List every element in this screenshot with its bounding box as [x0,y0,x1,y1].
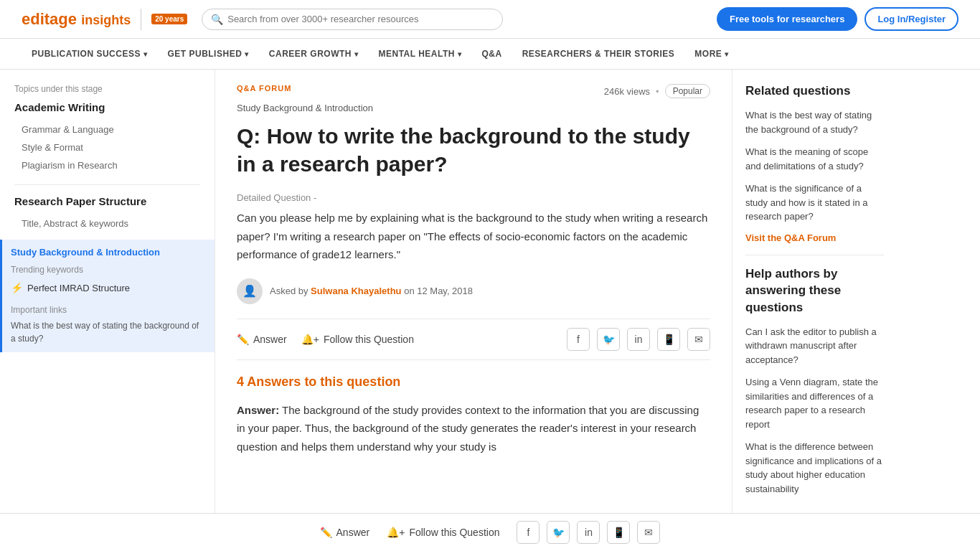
nav-researchers[interactable]: RESEARCHERS & THEIR STORIES [512,39,685,69]
sidebar-trending-item[interactable]: ⚡ Perfect IMRAD Structure [11,279,206,296]
action-bar: ✏️ Answer 🔔+ Follow this Question f 🐦 in… [237,319,710,360]
help-title: Help authors by answering these question… [745,265,884,316]
sidebar-section-title-structure: Research Paper Structure [14,195,200,207]
search-icon: 🔍 [211,14,223,25]
main-layout: Topics under this stage Academic Writing… [0,70,980,527]
author-row: 👤 Asked by Sulwana Khayalethu on 12 May,… [237,278,710,304]
nav-publication-success[interactable]: PUBLICATION SUCCESS ▾ [22,39,157,69]
content-views: 246k views • Popular [604,84,710,98]
avatar: 👤 [237,278,263,304]
follow-icon: 🔔+ [301,334,319,345]
chevron-down-icon: ▾ [354,50,359,58]
related-link-2[interactable]: What is the meaning of scope and delimit… [745,145,884,173]
sidebar-section-structure: Research Paper Structure Title, Abstract… [14,195,200,232]
nav: PUBLICATION SUCCESS ▾ GET PUBLISHED ▾ CA… [0,39,980,70]
sidebar-active-section[interactable]: Study Background & Introduction Trending… [0,240,215,352]
chevron-down-icon: ▾ [458,50,462,58]
answers-count: 4 Answers to this question [237,375,710,390]
nav-get-published[interactable]: GET PUBLISHED ▾ [157,39,258,69]
content-subtitle: Study Background & Introduction [237,103,710,113]
answer-button[interactable]: ✏️ Answer [237,334,287,345]
author-text: Asked by Sulwana Khayalethu on 12 May, 2… [270,286,473,296]
logo-divider [141,9,141,30]
social-icons: f 🐦 in 📱 ✉ [567,328,710,351]
follow-question-button[interactable]: 🔔+ Follow this Question [301,334,414,345]
follow-icon-bottom: 🔔+ [387,527,405,527]
login-button[interactable]: Log In/Register [864,7,958,31]
bottom-facebook-icon[interactable]: f [517,521,540,527]
sidebar-section-title-academic: Academic Writing [14,101,200,113]
bottom-social-icons: f 🐦 in 📱 ✉ [517,521,660,527]
sidebar-section-academic: Academic Writing Grammar & Language Styl… [14,101,200,174]
whatsapp-icon[interactable]: 📱 [657,328,680,351]
bottom-follow-button[interactable]: 🔔+ Follow this Question [387,527,499,527]
facebook-icon[interactable]: f [567,328,590,351]
sidebar-active-title: Study Background & Introduction [11,247,206,258]
bottom-whatsapp-icon[interactable]: 📱 [607,521,630,527]
content-title: Q: How to write the background to the st… [237,122,710,178]
nav-qa[interactable]: Q&A [471,39,512,69]
nav-career-growth[interactable]: CAREER GROWTH ▾ [259,39,369,69]
related-link-1[interactable]: What is the best way of stating the back… [745,108,884,136]
logo-years: 20 years [151,14,187,24]
lightning-icon: ⚡ [11,282,23,293]
bottom-action-bar: ✏️ Answer 🔔+ Follow this Question f 🐦 in… [0,513,980,527]
bottom-email-icon[interactable]: ✉ [637,521,660,527]
header: editage insights 20 years 🔍 Free tools f… [0,0,980,39]
right-panel: Related questions What is the best way o… [732,70,897,527]
author-name[interactable]: Sulwana Khayalethu [311,286,401,296]
logo: editage insights 20 years [22,9,187,30]
sidebar-link-grammar[interactable]: Grammar & Language [14,121,200,138]
sidebar-link-plagiarism[interactable]: Plagiarism in Research [14,156,200,174]
main-content: Q&A FORUM 246k views • Popular Study Bac… [215,70,732,527]
pencil-icon-bottom: ✏️ [320,527,332,527]
linkedin-icon[interactable]: in [627,328,650,351]
sidebar-trending: Trending keywords ⚡ Perfect IMRAD Struct… [11,265,206,296]
sidebar-important-label: Important links [11,305,206,315]
chevron-down-icon: ▾ [245,50,249,58]
sidebar-important: Important links What is the best way of … [11,305,206,345]
nav-mental-health[interactable]: MENTAL HEALTH ▾ [368,39,471,69]
sidebar-stage-label: Topics under this stage [14,84,200,94]
right-divider [745,255,884,255]
sidebar-link-title-abstract[interactable]: Title, Abstract & keywords [14,215,200,232]
chevron-down-icon: ▾ [725,50,729,58]
sidebar-important-link-1[interactable]: What is the best way of stating the back… [11,321,199,344]
answer-body: Answer: The background of the study prov… [237,401,710,456]
help-link-3[interactable]: What is the difference between significa… [745,440,884,496]
qa-forum-label: Q&A FORUM [237,84,291,93]
help-link-1[interactable]: Can I ask the editor to publish a withdr… [745,325,884,367]
pencil-icon: ✏️ [237,334,249,345]
header-right: Free tools for researchers Log In/Regist… [717,7,958,31]
popular-badge: Popular [665,84,710,98]
search-bar[interactable]: 🔍 [202,9,503,30]
help-link-2[interactable]: Using a Venn diagram, state the similari… [745,375,884,431]
sidebar-link-style[interactable]: Style & Format [14,138,200,156]
sidebar-divider-1 [14,184,200,185]
sidebar-trending-label: Trending keywords [11,265,206,275]
sidebar: Topics under this stage Academic Writing… [0,70,215,527]
detailed-label: Detailed Question - [237,192,710,203]
search-input[interactable] [227,14,494,24]
nav-more[interactable]: MORE ▾ [684,39,739,69]
free-tools-button[interactable]: Free tools for researchers [717,7,857,31]
bottom-answer-button[interactable]: ✏️ Answer [320,527,370,527]
logo-editage: editage insights [22,10,131,29]
related-title: Related questions [745,84,884,98]
content-body: Can you please help me by explaining wha… [237,209,710,264]
related-link-3[interactable]: What is the significance of a study and … [745,182,884,224]
bottom-linkedin-icon[interactable]: in [577,521,600,527]
chevron-down-icon: ▾ [143,50,148,58]
twitter-icon[interactable]: 🐦 [597,328,620,351]
visit-forum-link[interactable]: Visit the Q&A Forum [745,232,884,243]
bottom-twitter-icon[interactable]: 🐦 [547,521,570,527]
answer-label: Answer: [237,404,279,416]
email-icon[interactable]: ✉ [687,328,710,351]
